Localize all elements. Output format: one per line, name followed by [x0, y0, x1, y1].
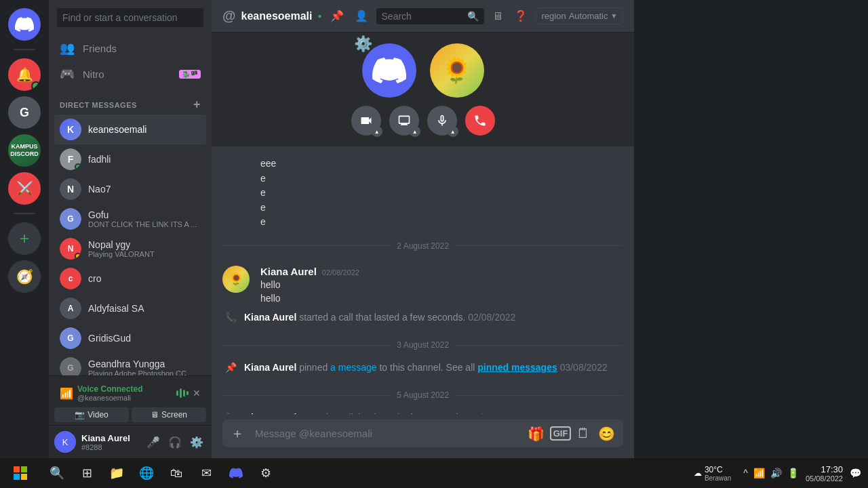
clock-display[interactable]: 17:30 05/08/2022 — [806, 464, 843, 483]
notification-badge — [31, 81, 41, 91]
gift-icon[interactable]: 🎁 — [525, 423, 547, 445]
pin-header-button[interactable]: 📌 — [328, 7, 347, 25]
dm-avatar-aldyfaisal: A — [60, 298, 81, 319]
kiana-aurel-hello1: hello — [260, 279, 623, 292]
system-tray: ^ 📶 🔊 🔋 — [742, 466, 800, 480]
rail-divider — [14, 49, 35, 50]
dm-item-cro[interactable]: c cro — [54, 264, 206, 293]
dm-item-gridis[interactable]: G GridisGud — [54, 323, 206, 353]
taskbar-task-icon[interactable]: ⊞ — [73, 460, 100, 487]
message-group-kiana-hello: 🌻 Kiana Aurel 02/08/2022 hello hello — [222, 266, 623, 305]
voice-action-buttons: 📷 Video 🖥 Screen — [54, 407, 206, 422]
server-icon-kampus[interactable]: KAMPUSDISCORD — [8, 134, 41, 167]
system-call-text-2aug: Kiana Aurel started a call that lasted a… — [244, 312, 515, 323]
message-e3: e — [222, 201, 623, 215]
dm-item-aldyfaisal[interactable]: A Aldyfaisal SA — [54, 293, 206, 323]
taskbar-folder-icon[interactable]: 📁 — [103, 460, 130, 487]
sidebar-item-friends[interactable]: 👥 Friends — [54, 35, 206, 61]
screen-dropdown[interactable]: ▲ — [410, 126, 420, 137]
call-icon-green: 📞 — [222, 309, 239, 325]
video-icon: 📷 — [75, 410, 85, 420]
dm-avatar-nao7: N — [60, 178, 81, 200]
message-input-wrapper: ＋ 🎁 GIF 🗒 😊 — [222, 420, 623, 447]
dm-avatar-fadhli: F — [60, 148, 81, 170]
taskbar-mail-icon[interactable]: ✉ — [193, 460, 220, 487]
weather-widget: ☁ 30°C Berawan — [694, 465, 731, 482]
server-icon-notifications[interactable]: 🔔 — [8, 58, 41, 91]
sticker-icon[interactable]: 🗒 — [574, 423, 593, 444]
add-server-button[interactable]: + — [8, 222, 41, 255]
dm-info-keanesoemali: keanesoemali — [88, 124, 201, 135]
call-icon-green-1: 📞 — [222, 409, 239, 414]
add-member-header-button[interactable]: 👤 — [352, 7, 371, 25]
dm-avatar-gofu: G — [60, 208, 81, 230]
taskbar-search-icon[interactable]: 🔍 — [43, 460, 71, 487]
user-bar: K Kiana Aurel #8288 🎤 🎧 ⚙️ — [49, 425, 212, 458]
system-call-2aug: 📞 Kiana Aurel started a call that lasted… — [222, 306, 623, 328]
taskbar: 🔍 ⊞ 📁 🌐 🛍 ✉ ⚙ ☁ 30°C Berawan ^ 📶 🔊 🔋 17 — [0, 458, 868, 488]
help-button[interactable]: ❓ — [511, 7, 530, 25]
inbox-button[interactable]: 🖥 — [490, 7, 506, 25]
user-avatar: K — [54, 431, 76, 453]
dm-item-geandhra[interactable]: G Geandhra Yungga Playing Adobe Photosho… — [54, 353, 206, 375]
taskbar-discord-icon[interactable] — [222, 460, 250, 487]
search-field[interactable] — [382, 11, 463, 22]
voice-wave-icon — [176, 388, 189, 398]
date-divider-3aug: 3 August 2022 — [222, 340, 623, 350]
mic-dropdown[interactable]: ▲ — [448, 126, 458, 137]
dm-item-nopal[interactable]: N Nopal ygy Playing VALORANT — [54, 234, 206, 264]
dm-item-gofu[interactable]: G Gofu DONT CLICK THE LINK ITS A ... — [54, 204, 206, 234]
pinned-messages-link[interactable]: pinned messages — [477, 362, 557, 373]
add-attachment-icon[interactable]: ＋ — [228, 422, 247, 445]
settings-button[interactable]: ⚙️ — [187, 433, 206, 451]
system-pin-3aug: 📌 Kiana Aurel pinned a message to this c… — [222, 357, 623, 378]
pin-icon: 📌 — [222, 359, 239, 375]
search-icon: 🔍 — [467, 11, 479, 22]
message-e2: e — [222, 186, 623, 200]
add-dm-button[interactable]: + — [193, 98, 201, 112]
network-icon[interactable]: 📶 — [752, 466, 766, 480]
kiana-aurel-avatar: 🌻 — [222, 266, 250, 293]
server-icon-red[interactable]: ⚔️ — [8, 172, 41, 205]
taskbar-settings-icon[interactable]: ⚙ — [252, 460, 279, 487]
dm-avatar-cro: c — [60, 268, 81, 289]
battery-icon[interactable]: 🔋 — [786, 466, 800, 480]
start-button[interactable] — [5, 458, 35, 488]
notification-center-icon[interactable]: 💬 — [848, 466, 863, 480]
dm-item-keanesoemali[interactable]: K keanesoemali — [54, 115, 206, 144]
taskbar-browser-icon[interactable]: 🌐 — [133, 460, 160, 487]
taskbar-pinned-icons: 🔍 ⊞ 📁 🌐 🛍 ✉ ⚙ — [43, 460, 279, 487]
tray-expand-icon[interactable]: ^ — [742, 466, 749, 480]
call-participants-row: ⚙️ 🌻 — [362, 43, 484, 98]
video-button[interactable]: 📷 Video — [54, 407, 129, 422]
end-call-button[interactable] — [465, 106, 495, 136]
dm-item-fadhli[interactable]: F fadhli — [54, 144, 206, 174]
deafen-button[interactable]: 🎧 — [165, 433, 184, 451]
voice-disconnect-icon[interactable]: ✕ — [193, 388, 201, 399]
volume-icon[interactable]: 🔊 — [769, 466, 783, 480]
svg-rect-0 — [14, 466, 20, 472]
screen-button[interactable]: 🖥 Screen — [132, 407, 206, 422]
emoji-icon[interactable]: 😊 — [595, 423, 618, 445]
discord-home-button[interactable] — [8, 8, 41, 41]
server-icon-g[interactable]: G — [8, 96, 41, 129]
gif-button[interactable]: GIF — [550, 426, 572, 441]
search-bar: 🔍 — [376, 8, 484, 24]
call-controls: ▲ ▲ — [351, 106, 495, 136]
taskbar-store-icon[interactable]: 🛍 — [163, 460, 190, 487]
message-input[interactable] — [252, 420, 519, 447]
search-input[interactable] — [57, 8, 203, 27]
kiana-aurel-msg-header: Kiana Aurel 02/08/2022 — [260, 266, 623, 277]
screen-share-icon: 🖥 — [151, 410, 159, 420]
call-decoration-icon: ⚙️ — [354, 35, 372, 53]
dm-info-aldyfaisal: Aldyfaisal SA — [88, 303, 201, 314]
pinned-a-message-link[interactable]: a message — [330, 362, 376, 373]
svg-rect-2 — [14, 474, 20, 480]
discover-button[interactable]: 🧭 — [8, 260, 41, 293]
region-selector[interactable]: region Automatic ▼ — [536, 7, 624, 24]
date-divider-2aug: 2 August 2022 — [222, 241, 623, 251]
sidebar-item-nitro[interactable]: 🎮 Nitro 🐉🏴 — [54, 61, 206, 87]
camera-dropdown[interactable]: ▲ — [372, 126, 382, 137]
dm-item-nao7[interactable]: N Nao7 — [54, 174, 206, 204]
mute-button[interactable]: 🎤 — [144, 433, 163, 451]
